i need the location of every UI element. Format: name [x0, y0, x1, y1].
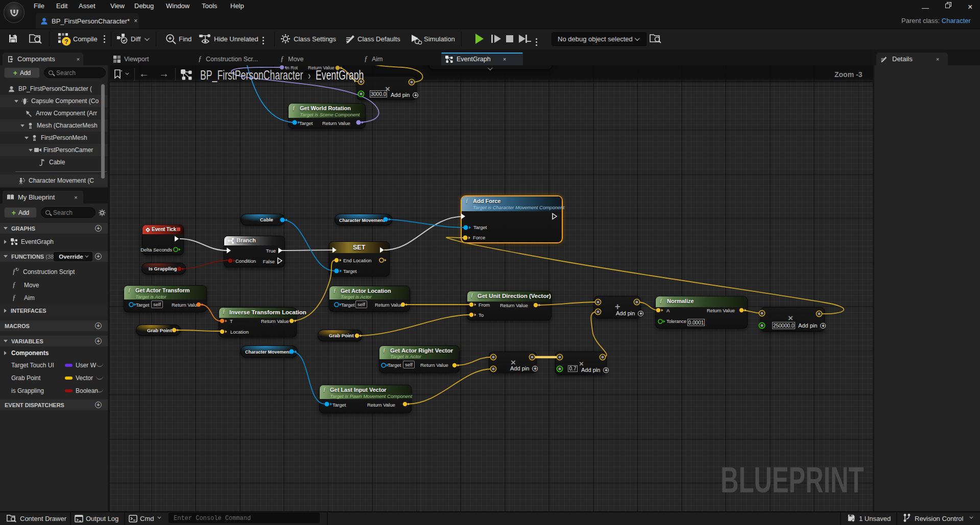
svg-text:?: ?	[64, 38, 68, 45]
